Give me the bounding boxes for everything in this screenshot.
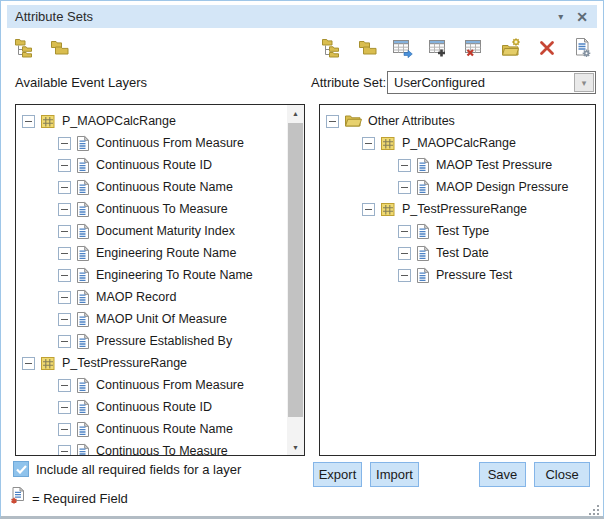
tree-item-continuous-route-id[interactable]: Continuous Route ID <box>16 154 286 176</box>
attribute-set-tree-panel: Other AttributesP_MAOPCalcRangeMAOP Test… <box>319 104 596 456</box>
collapse-expander-icon[interactable] <box>22 357 35 370</box>
tree-item-continuous-route-name[interactable]: Continuous Route Name <box>16 176 286 198</box>
required-field-legend: = Required Field <box>32 491 128 506</box>
import-button[interactable]: Import <box>370 462 419 487</box>
collapse-expander-icon[interactable] <box>398 159 411 172</box>
tree-item-test-date[interactable]: Test Date <box>320 242 595 264</box>
required-field-icon <box>10 486 26 509</box>
tree-item-label: Engineering Route Name <box>96 246 236 260</box>
field-icon <box>76 377 90 394</box>
collapse-expander-icon[interactable] <box>58 445 71 457</box>
attribute-set-dropdown[interactable]: UserConfigured ▾ <box>387 71 596 94</box>
collapse-expander-icon[interactable] <box>398 181 411 194</box>
collapse-expander-icon[interactable] <box>22 115 35 128</box>
collapse-expander-icon[interactable] <box>58 247 71 260</box>
collapse-expander-icon[interactable] <box>58 423 71 436</box>
add-table-button[interactable] <box>427 36 451 60</box>
resize-grip[interactable] <box>589 502 600 513</box>
tree-item-continuous-to-measure[interactable]: Continuous To Measure <box>16 440 286 456</box>
tree-item-label: Other Attributes <box>368 114 455 128</box>
tree-item-test-type[interactable]: Test Type <box>320 220 595 242</box>
tree-item-maop-record[interactable]: MAOP Record <box>16 286 286 308</box>
available-event-layers-label: Available Event Layers <box>15 75 147 90</box>
field-icon <box>76 179 90 196</box>
export-table-button[interactable] <box>391 36 415 60</box>
tree-item-label: Continuous To Measure <box>96 202 228 216</box>
tree-item-maop-test-pressure[interactable]: MAOP Test Pressure <box>320 154 595 176</box>
collapse-expander-icon[interactable] <box>58 137 71 150</box>
field-icon <box>76 245 90 262</box>
collapse-expander-icon[interactable] <box>58 159 71 172</box>
field-icon <box>76 157 90 174</box>
tree-item-p-maopcalcrange[interactable]: P_MAOPCalcRange <box>16 110 286 132</box>
folder-settings-button[interactable] <box>499 36 523 60</box>
collapse-expander-icon[interactable] <box>362 203 375 216</box>
field-icon <box>416 267 430 284</box>
delete-button[interactable] <box>535 36 559 60</box>
tree-item-continuous-from-measure[interactable]: Continuous From Measure <box>16 374 286 396</box>
window-title: Attribute Sets <box>15 9 93 24</box>
tree-item-label: P_TestPressureRange <box>62 356 187 370</box>
folders-icon <box>48 37 70 59</box>
expand-event-layers-button[interactable] <box>12 36 36 60</box>
tree-item-label: Document Maturity Index <box>96 224 235 238</box>
collapse-expander-icon[interactable] <box>58 269 71 282</box>
tree-item-continuous-route-id[interactable]: Continuous Route ID <box>16 396 286 418</box>
title-bar[interactable]: Attribute Sets ▾ ✕ <box>7 5 597 28</box>
tree-item-engineering-route-name[interactable]: Engineering Route Name <box>16 242 286 264</box>
tree-item-label: Pressure Test <box>436 268 512 282</box>
attribute-sets-dialog: Attribute Sets ▾ ✕ Available Event Layer… <box>0 0 604 519</box>
close-button[interactable]: Close <box>534 462 590 487</box>
tree-item-p-testpressurerange[interactable]: P_TestPressureRange <box>16 352 286 374</box>
attribute-set-label: Attribute Set: <box>311 75 386 90</box>
save-button[interactable]: Save <box>479 462 526 487</box>
collapse-attribute-set-button[interactable] <box>355 36 379 60</box>
window-menu-icon[interactable]: ▾ <box>558 12 563 22</box>
tree-item-maop-unit-of-measure[interactable]: MAOP Unit Of Measure <box>16 308 286 330</box>
tree-item-maop-design-pressure[interactable]: MAOP Design Pressure <box>320 176 595 198</box>
collapse-expander-icon[interactable] <box>326 115 339 128</box>
tree-item-p-maopcalcrange[interactable]: P_MAOPCalcRange <box>320 132 595 154</box>
collapse-expander-icon[interactable] <box>58 181 71 194</box>
export-button[interactable]: Export <box>313 462 362 487</box>
field-icon <box>76 289 90 306</box>
tree-item-other-attributes[interactable]: Other Attributes <box>320 110 595 132</box>
collapse-expander-icon[interactable] <box>398 269 411 282</box>
event-layer-icon <box>380 202 396 217</box>
collapse-expander-icon[interactable] <box>58 203 71 216</box>
field-icon <box>76 399 90 416</box>
field-icon <box>76 135 90 152</box>
dropdown-arrow-icon[interactable]: ▾ <box>574 73 594 92</box>
include-required-fields-checkbox[interactable] <box>13 461 29 477</box>
collapse-expander-icon[interactable] <box>398 247 411 260</box>
collapse-expander-icon[interactable] <box>58 225 71 238</box>
tree-item-continuous-to-measure[interactable]: Continuous To Measure <box>16 198 286 220</box>
collapse-expander-icon[interactable] <box>362 137 375 150</box>
collapse-expander-icon[interactable] <box>58 379 71 392</box>
collapse-expander-icon[interactable] <box>398 225 411 238</box>
tree-item-continuous-from-measure[interactable]: Continuous From Measure <box>16 132 286 154</box>
close-icon[interactable]: ✕ <box>576 10 588 24</box>
tree-item-continuous-route-name[interactable]: Continuous Route Name <box>16 418 286 440</box>
scroll-up-icon[interactable]: ▲ <box>287 105 304 121</box>
collapse-expander-icon[interactable] <box>58 313 71 326</box>
scrollbar-thumb[interactable] <box>288 123 303 417</box>
expand-attribute-set-button[interactable] <box>319 36 343 60</box>
collapse-expander-icon[interactable] <box>58 291 71 304</box>
tree-item-document-maturity-index[interactable]: Document Maturity Index <box>16 220 286 242</box>
collapse-event-layers-button[interactable] <box>47 36 71 60</box>
tree-item-label: Test Date <box>436 246 489 260</box>
left-panel-scrollbar[interactable]: ▲ ▼ <box>287 105 304 455</box>
field-icon <box>416 157 430 174</box>
tree-item-pressure-established-by[interactable]: Pressure Established By <box>16 330 286 352</box>
document-settings-button[interactable] <box>571 36 595 60</box>
tree-item-engineering-to-route-name[interactable]: Engineering To Route Name <box>16 264 286 286</box>
remove-table-button[interactable] <box>463 36 487 60</box>
tree-item-label: Test Type <box>436 224 489 238</box>
collapse-expander-icon[interactable] <box>58 335 71 348</box>
field-icon <box>76 421 90 438</box>
scroll-down-icon[interactable]: ▼ <box>287 439 304 455</box>
tree-item-pressure-test[interactable]: Pressure Test <box>320 264 595 286</box>
collapse-expander-icon[interactable] <box>58 401 71 414</box>
tree-item-p-testpressurerange[interactable]: P_TestPressureRange <box>320 198 595 220</box>
